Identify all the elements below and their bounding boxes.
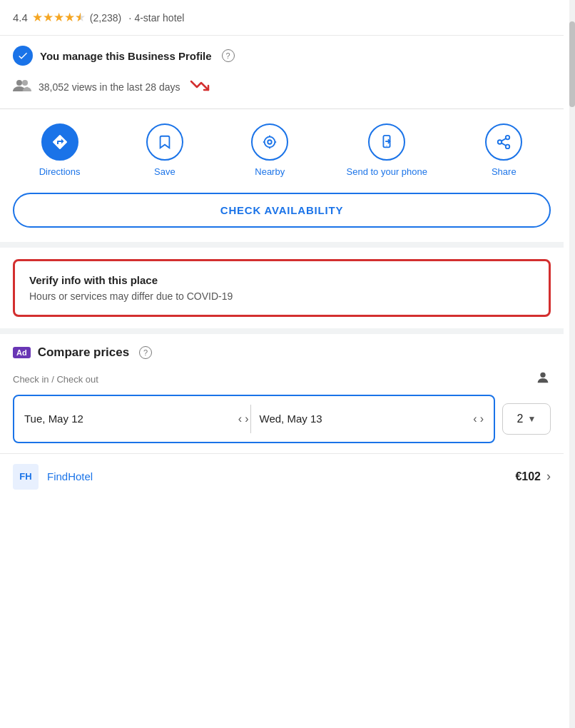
guests-selector[interactable]: 2 ▼ bbox=[502, 403, 551, 435]
action-save[interactable]: Save bbox=[136, 123, 193, 178]
date-range-box[interactable]: Tue, May 12 ‹ › Wed, May 13 ‹ › bbox=[13, 395, 495, 443]
compare-prices-section: Ad Compare prices ? Check in / Check out… bbox=[0, 334, 564, 443]
verified-icon bbox=[17, 50, 29, 61]
svg-point-11 bbox=[506, 136, 510, 140]
svg-line-15 bbox=[502, 138, 506, 141]
check-availability-button[interactable]: CHECK AVAILABILITY bbox=[13, 193, 551, 228]
directions-icon bbox=[51, 133, 68, 151]
hotel-logo: FH bbox=[13, 464, 39, 490]
section-divider bbox=[0, 242, 564, 248]
share-label: Share bbox=[492, 166, 517, 178]
person-icon bbox=[535, 370, 551, 389]
action-nearby[interactable]: Nearby bbox=[241, 123, 298, 178]
nearby-circle bbox=[251, 123, 288, 161]
action-share[interactable]: Share bbox=[475, 123, 532, 178]
compare-info-button[interactable]: ? bbox=[139, 346, 152, 359]
verify-title: Verify info with this place bbox=[29, 274, 534, 286]
compare-header: Ad Compare prices ? bbox=[13, 345, 551, 360]
verify-info-box: Verify info with this place Hours or ser… bbox=[13, 259, 551, 317]
svg-point-12 bbox=[498, 140, 502, 144]
date-picker-row: Tue, May 12 ‹ › Wed, May 13 ‹ › 2 ▼ bbox=[13, 395, 551, 443]
nearby-label: Nearby bbox=[255, 166, 285, 178]
views-row: 38,052 views in the last 28 days bbox=[0, 76, 564, 108]
date-separator bbox=[250, 405, 251, 433]
share-icon bbox=[496, 134, 512, 150]
rating-count: (2,238) bbox=[90, 12, 121, 24]
checkin-label-row: Check in / Check out bbox=[13, 370, 551, 389]
check-out-prev[interactable]: ‹ bbox=[473, 413, 477, 425]
svg-point-16 bbox=[540, 373, 545, 378]
hotel-price: €102 bbox=[515, 470, 541, 483]
rating-score: 4.4 bbox=[13, 11, 28, 24]
business-info-button[interactable]: ? bbox=[222, 49, 235, 62]
star-4: ★ bbox=[64, 10, 75, 25]
check-out-date: Wed, May 13 bbox=[253, 413, 474, 425]
action-directions[interactable]: Directions bbox=[31, 123, 88, 178]
directions-label: Directions bbox=[39, 166, 81, 178]
action-send-to-phone[interactable]: Send to your phone bbox=[347, 123, 427, 178]
svg-line-14 bbox=[502, 143, 506, 146]
svg-point-13 bbox=[506, 145, 510, 149]
share-circle bbox=[485, 123, 522, 161]
actions-row: Directions Save bbox=[0, 109, 564, 190]
save-icon bbox=[157, 134, 173, 150]
star-3: ★ bbox=[54, 10, 64, 25]
verify-subtitle: Hours or services may differ due to COVI… bbox=[29, 290, 534, 302]
hotel-logo-text: FH bbox=[19, 471, 31, 482]
ad-badge: Ad bbox=[13, 347, 31, 358]
directions-circle bbox=[41, 123, 78, 161]
check-in-date: Tue, May 12 bbox=[24, 413, 238, 425]
checkin-label-text: Check in / Check out bbox=[13, 374, 98, 385]
section-divider-2 bbox=[0, 328, 564, 334]
svg-point-0 bbox=[16, 80, 22, 86]
check-out-next[interactable]: › bbox=[480, 413, 484, 425]
guests-dropdown-icon: ▼ bbox=[528, 414, 536, 424]
star-half: ★ ★ bbox=[75, 10, 86, 25]
verified-badge bbox=[13, 46, 33, 66]
business-profile-row: You manage this Business Profile ? bbox=[0, 36, 564, 76]
check-out-arrows[interactable]: ‹ › bbox=[473, 413, 484, 425]
guests-count: 2 bbox=[517, 413, 524, 425]
star-2: ★ bbox=[43, 10, 54, 25]
hotel-listing-findhotel[interactable]: FH FindHotel €102 › bbox=[0, 453, 564, 500]
chevron-right-icon: › bbox=[546, 469, 551, 484]
svg-point-2 bbox=[268, 140, 272, 144]
star-1: ★ bbox=[32, 10, 43, 25]
save-label: Save bbox=[154, 166, 175, 178]
send-to-phone-label: Send to your phone bbox=[347, 166, 427, 178]
send-phone-icon bbox=[379, 134, 395, 150]
hotel-name: FindHotel bbox=[47, 470, 515, 482]
rating-bar: 4.4 ★ ★ ★ ★ ★ ★ (2,238) · 4-star hotel bbox=[0, 0, 564, 36]
compare-title: Compare prices bbox=[38, 345, 130, 360]
check-in-arrows[interactable]: ‹ › bbox=[238, 413, 249, 425]
rating-dot: · bbox=[128, 11, 131, 24]
business-profile-text: You manage this Business Profile bbox=[40, 50, 212, 62]
check-in-next[interactable]: › bbox=[245, 413, 248, 425]
trend-down-icon bbox=[190, 79, 210, 96]
hotel-type: 4-star hotel bbox=[134, 12, 184, 24]
stars: ★ ★ ★ ★ ★ ★ bbox=[32, 10, 86, 25]
nearby-icon bbox=[262, 134, 278, 150]
svg-point-1 bbox=[22, 80, 28, 86]
svg-point-3 bbox=[265, 137, 275, 148]
people-icon bbox=[13, 77, 31, 97]
send-circle bbox=[368, 123, 405, 161]
views-text: 38,052 views in the last 28 days bbox=[39, 81, 180, 93]
save-circle bbox=[146, 123, 183, 161]
check-in-prev[interactable]: ‹ bbox=[238, 413, 242, 425]
